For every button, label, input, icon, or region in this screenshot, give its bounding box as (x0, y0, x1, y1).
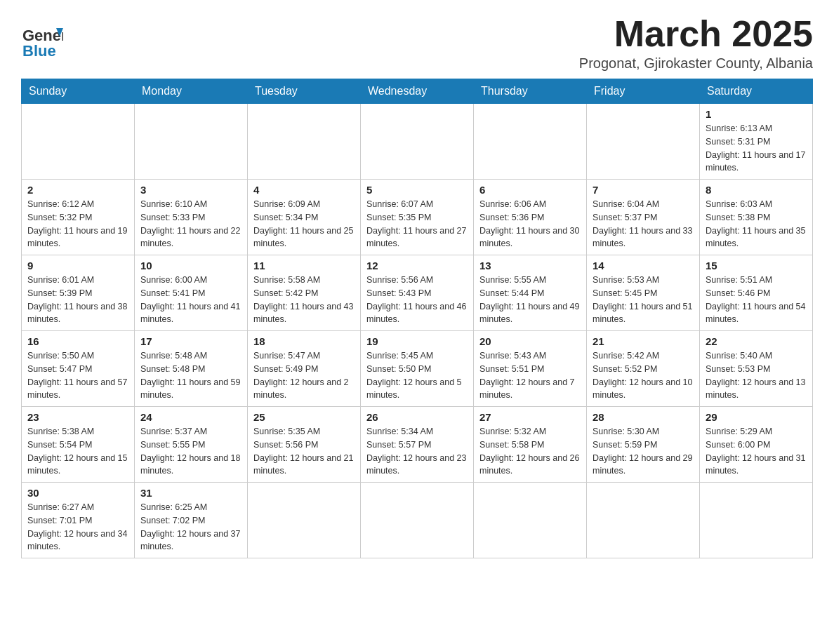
day-info: Sunrise: 5:38 AM Sunset: 5:54 PM Dayligh… (27, 425, 128, 478)
day-info: Sunrise: 6:27 AM Sunset: 7:01 PM Dayligh… (27, 501, 128, 554)
day-number: 28 (593, 411, 694, 423)
calendar-day-cell: 2Sunrise: 6:12 AM Sunset: 5:32 PM Daylig… (22, 180, 135, 255)
day-info: Sunrise: 6:10 AM Sunset: 5:33 PM Dayligh… (140, 198, 241, 250)
calendar-day-cell (474, 104, 587, 180)
day-info: Sunrise: 5:56 AM Sunset: 5:43 PM Dayligh… (366, 274, 468, 326)
day-number: 17 (140, 335, 241, 347)
day-info: Sunrise: 5:40 AM Sunset: 5:53 PM Dayligh… (706, 349, 807, 402)
day-number: 31 (140, 487, 241, 499)
day-number: 19 (366, 335, 468, 347)
calendar-day-cell: 7Sunrise: 6:04 AM Sunset: 5:37 PM Daylig… (587, 180, 700, 255)
day-info: Sunrise: 5:43 AM Sunset: 5:51 PM Dayligh… (479, 349, 581, 402)
calendar-day-cell (248, 483, 361, 558)
calendar-day-cell: 25Sunrise: 5:35 AM Sunset: 5:56 PM Dayli… (248, 407, 361, 483)
day-number: 23 (27, 411, 128, 423)
day-info: Sunrise: 6:01 AM Sunset: 5:39 PM Dayligh… (27, 274, 128, 326)
day-number: 27 (479, 411, 581, 423)
calendar-day-cell (700, 483, 813, 558)
day-info: Sunrise: 6:12 AM Sunset: 5:32 PM Dayligh… (27, 198, 128, 250)
calendar-day-cell: 22Sunrise: 5:40 AM Sunset: 5:53 PM Dayli… (700, 331, 813, 407)
day-info: Sunrise: 6:07 AM Sunset: 5:35 PM Dayligh… (366, 198, 468, 250)
day-info: Sunrise: 6:25 AM Sunset: 7:02 PM Dayligh… (140, 501, 241, 554)
calendar-day-cell (22, 104, 135, 180)
calendar-day-cell: 15Sunrise: 5:51 AM Sunset: 5:46 PM Dayli… (700, 255, 813, 331)
calendar-day-cell: 24Sunrise: 5:37 AM Sunset: 5:55 PM Dayli… (135, 407, 248, 483)
calendar-day-cell: 4Sunrise: 6:09 AM Sunset: 5:34 PM Daylig… (248, 180, 361, 255)
calendar-day-cell: 21Sunrise: 5:42 AM Sunset: 5:52 PM Dayli… (587, 331, 700, 407)
calendar-day-header: Saturday (700, 79, 813, 104)
day-number: 16 (27, 335, 128, 347)
calendar-day-cell: 20Sunrise: 5:43 AM Sunset: 5:51 PM Dayli… (474, 331, 587, 407)
day-number: 14 (593, 260, 694, 271)
calendar-day-cell (474, 483, 587, 558)
calendar-day-cell: 26Sunrise: 5:34 AM Sunset: 5:57 PM Dayli… (361, 407, 474, 483)
calendar-day-cell (361, 104, 474, 180)
day-number: 4 (253, 184, 355, 196)
logo-icon: General Blue (21, 21, 63, 60)
day-number: 11 (253, 260, 355, 271)
day-info: Sunrise: 5:37 AM Sunset: 5:55 PM Dayligh… (140, 425, 241, 478)
calendar-week-row: 1Sunrise: 6:13 AM Sunset: 5:31 PM Daylig… (22, 104, 813, 180)
calendar-day-cell: 3Sunrise: 6:10 AM Sunset: 5:33 PM Daylig… (135, 180, 248, 255)
day-info: Sunrise: 6:04 AM Sunset: 5:37 PM Dayligh… (593, 198, 694, 250)
location-title: Progonat, Gjirokaster County, Albania (579, 55, 813, 72)
day-info: Sunrise: 5:48 AM Sunset: 5:48 PM Dayligh… (140, 349, 241, 402)
calendar-day-header: Monday (135, 79, 248, 104)
day-number: 9 (27, 260, 128, 271)
day-number: 26 (366, 411, 468, 423)
calendar-week-row: 30Sunrise: 6:27 AM Sunset: 7:01 PM Dayli… (22, 483, 813, 558)
calendar-day-cell (135, 104, 248, 180)
day-info: Sunrise: 5:30 AM Sunset: 5:59 PM Dayligh… (593, 425, 694, 478)
day-info: Sunrise: 5:51 AM Sunset: 5:46 PM Dayligh… (706, 274, 807, 326)
day-info: Sunrise: 6:06 AM Sunset: 5:36 PM Dayligh… (479, 198, 581, 250)
calendar-day-cell: 29Sunrise: 5:29 AM Sunset: 6:00 PM Dayli… (700, 407, 813, 483)
day-info: Sunrise: 5:32 AM Sunset: 5:58 PM Dayligh… (479, 425, 581, 478)
calendar-day-cell (587, 104, 700, 180)
day-info: Sunrise: 5:55 AM Sunset: 5:44 PM Dayligh… (479, 274, 581, 326)
day-number: 8 (706, 184, 807, 196)
day-info: Sunrise: 5:45 AM Sunset: 5:50 PM Dayligh… (366, 349, 468, 402)
day-number: 21 (593, 335, 694, 347)
calendar-day-cell: 17Sunrise: 5:48 AM Sunset: 5:48 PM Dayli… (135, 331, 248, 407)
page-header: General Blue March 2025 Progonat, Gjirok… (21, 14, 813, 72)
calendar-day-cell: 5Sunrise: 6:07 AM Sunset: 5:35 PM Daylig… (361, 180, 474, 255)
calendar-day-cell: 6Sunrise: 6:06 AM Sunset: 5:36 PM Daylig… (474, 180, 587, 255)
day-number: 12 (366, 260, 468, 271)
calendar-day-cell: 19Sunrise: 5:45 AM Sunset: 5:50 PM Dayli… (361, 331, 474, 407)
day-number: 6 (479, 184, 581, 196)
calendar-day-cell: 27Sunrise: 5:32 AM Sunset: 5:58 PM Dayli… (474, 407, 587, 483)
calendar-day-header: Sunday (22, 79, 135, 104)
day-number: 15 (706, 260, 807, 271)
day-number: 3 (140, 184, 241, 196)
day-number: 25 (253, 411, 355, 423)
day-number: 29 (706, 411, 807, 423)
calendar-day-header: Friday (587, 79, 700, 104)
day-number: 22 (706, 335, 807, 347)
calendar-week-row: 23Sunrise: 5:38 AM Sunset: 5:54 PM Dayli… (22, 407, 813, 483)
day-info: Sunrise: 6:13 AM Sunset: 5:31 PM Dayligh… (706, 122, 807, 175)
day-info: Sunrise: 5:29 AM Sunset: 6:00 PM Dayligh… (706, 425, 807, 478)
calendar-day-cell: 9Sunrise: 6:01 AM Sunset: 5:39 PM Daylig… (22, 255, 135, 331)
day-info: Sunrise: 5:58 AM Sunset: 5:42 PM Dayligh… (253, 274, 355, 326)
logo: General Blue (21, 21, 63, 62)
calendar-day-header: Wednesday (361, 79, 474, 104)
day-number: 30 (27, 487, 128, 499)
calendar-week-row: 16Sunrise: 5:50 AM Sunset: 5:47 PM Dayli… (22, 331, 813, 407)
calendar-day-cell: 23Sunrise: 5:38 AM Sunset: 5:54 PM Dayli… (22, 407, 135, 483)
calendar-day-cell: 11Sunrise: 5:58 AM Sunset: 5:42 PM Dayli… (248, 255, 361, 331)
day-number: 13 (479, 260, 581, 271)
calendar-day-cell: 28Sunrise: 5:30 AM Sunset: 5:59 PM Dayli… (587, 407, 700, 483)
day-number: 20 (479, 335, 581, 347)
calendar-day-cell (248, 104, 361, 180)
day-number: 18 (253, 335, 355, 347)
title-block: March 2025 Progonat, Gjirokaster County,… (579, 14, 813, 72)
calendar-day-cell: 18Sunrise: 5:47 AM Sunset: 5:49 PM Dayli… (248, 331, 361, 407)
svg-text:Blue: Blue (22, 42, 56, 60)
day-number: 2 (27, 184, 128, 196)
calendar-week-row: 9Sunrise: 6:01 AM Sunset: 5:39 PM Daylig… (22, 255, 813, 331)
day-info: Sunrise: 6:00 AM Sunset: 5:41 PM Dayligh… (140, 274, 241, 326)
calendar-day-header: Thursday (474, 79, 587, 104)
day-info: Sunrise: 5:50 AM Sunset: 5:47 PM Dayligh… (27, 349, 128, 402)
calendar-day-cell: 13Sunrise: 5:55 AM Sunset: 5:44 PM Dayli… (474, 255, 587, 331)
calendar-day-cell: 14Sunrise: 5:53 AM Sunset: 5:45 PM Dayli… (587, 255, 700, 331)
